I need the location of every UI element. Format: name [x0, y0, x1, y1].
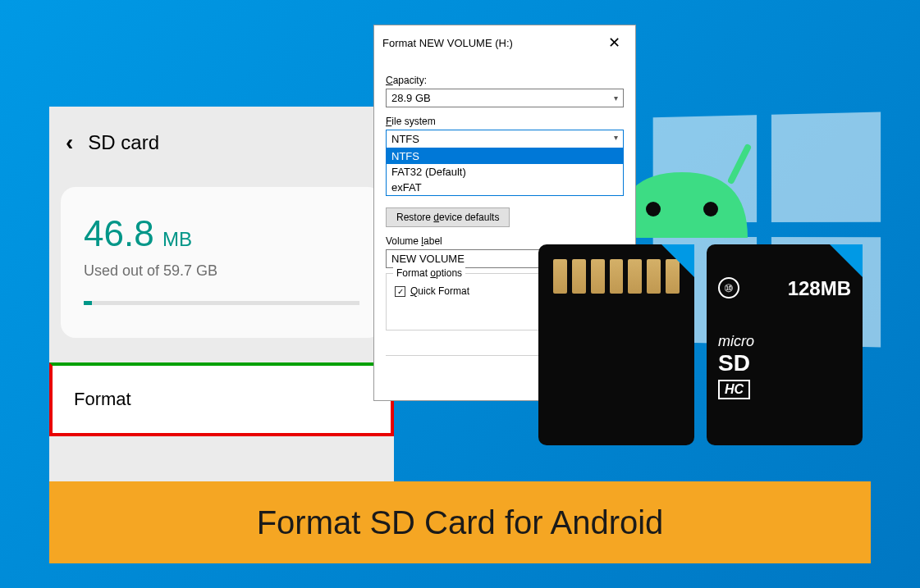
storage-progress-bar	[84, 301, 359, 305]
format-options-legend: Format options	[393, 267, 465, 279]
storage-card: 46.8 MB Used out of 59.7 GB	[61, 187, 382, 338]
restore-defaults-button[interactable]: Restore device defaults	[386, 207, 510, 227]
filesystem-options-list: NTFS FAT32 (Default) exFAT	[387, 148, 623, 195]
sd-capacity: 128MB	[788, 277, 851, 300]
storage-subtitle: Used out of 59.7 GB	[84, 262, 359, 280]
filesystem-option[interactable]: exFAT	[387, 180, 623, 195]
sd-card-back	[538, 244, 694, 445]
banner-text: Format SD Card for Android	[257, 504, 664, 541]
format-option-row[interactable]: Format	[49, 362, 394, 436]
android-sd-panel: ‹ SD card 46.8 MB Used out of 59.7 GB Fo…	[49, 107, 394, 492]
close-icon[interactable]: ✕	[602, 32, 627, 53]
quick-format-label: Quick Format	[410, 285, 469, 297]
format-label: Format	[74, 389, 131, 409]
capacity-dropdown[interactable]: 28.9 GB ▾	[386, 89, 624, 107]
chevron-down-icon: ▾	[614, 133, 618, 145]
chevron-down-icon: ▾	[614, 93, 618, 103]
storage-progress-fill	[84, 301, 92, 305]
micro-sd-logo: micro SD HC	[718, 333, 851, 399]
title-banner: Format SD Card for Android	[49, 481, 871, 563]
sd-card-top-row: ⑩ 128MB	[718, 277, 851, 300]
filesystem-selected: NTFS	[391, 133, 419, 145]
filesystem-option[interactable]: FAT32 (Default)	[387, 164, 623, 180]
back-chevron-icon[interactable]: ‹	[66, 130, 73, 156]
sd-contacts	[538, 244, 694, 294]
storage-unit: MB	[162, 228, 192, 250]
capacity-label: Capacity:	[386, 75, 624, 86]
filesystem-dropdown[interactable]: NTFS ▾ NTFS FAT32 (Default) exFAT	[386, 130, 624, 196]
filesystem-label: File system	[386, 116, 624, 127]
storage-used: 46.8 MB	[84, 213, 359, 254]
dialog-titlebar[interactable]: Format NEW VOLUME (H:) ✕	[374, 25, 635, 60]
checkbox-icon[interactable]: ✓	[395, 286, 405, 297]
svg-point-3	[703, 202, 718, 217]
filesystem-option[interactable]: NTFS	[387, 148, 623, 164]
svg-line-1	[731, 148, 748, 180]
android-header: ‹ SD card	[49, 107, 394, 179]
sd-card-front: ⑩ 128MB micro SD HC	[707, 244, 863, 445]
svg-point-2	[646, 202, 661, 217]
capacity-value: 28.9 GB	[391, 92, 431, 104]
hc-badge: HC	[718, 380, 750, 399]
storage-value: 46.8	[84, 213, 154, 253]
android-panel-title: SD card	[88, 131, 159, 154]
dialog-title: Format NEW VOLUME (H:)	[382, 37, 513, 49]
speed-class-icon: ⑩	[718, 277, 739, 299]
